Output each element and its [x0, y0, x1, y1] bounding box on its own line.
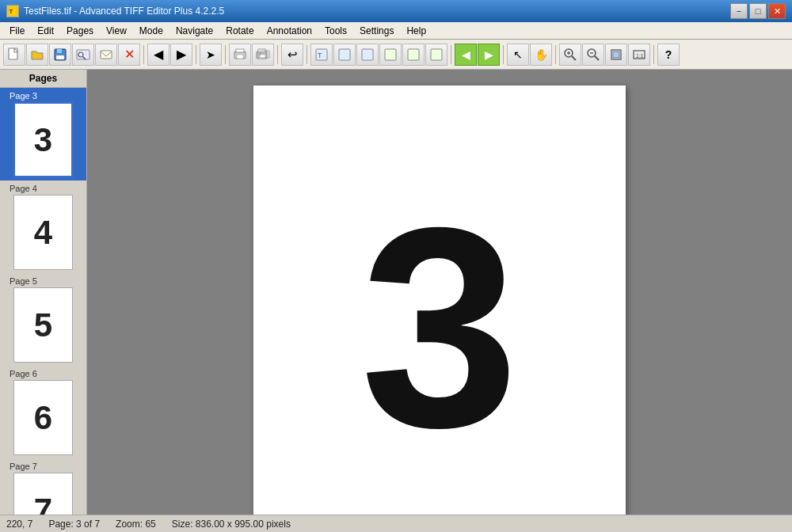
- cursor-button[interactable]: ↖: [507, 44, 529, 66]
- titlebar-controls: − □ ✕: [730, 3, 786, 19]
- svg-rect-5: [56, 55, 64, 59]
- open-button[interactable]: [26, 44, 48, 66]
- page-content-number: 3: [360, 184, 519, 469]
- nav-prev-button[interactable]: ◀: [455, 44, 477, 66]
- nav-next-button[interactable]: ▶: [478, 44, 500, 66]
- page-thumb-label-7: Page 7: [10, 462, 37, 471]
- back-button[interactable]: ◀: [147, 44, 169, 66]
- menu-item-view[interactable]: View: [100, 23, 133, 39]
- sep8: [555, 45, 556, 64]
- page-thumb-img-5: 5: [13, 287, 73, 363]
- toolbar: ✕ ◀ ▶ ➤ ↩ T ◀ ▶ ↖ ✋ 1:1: [0, 40, 792, 70]
- menu-item-pages[interactable]: Pages: [60, 23, 100, 39]
- sep6: [451, 45, 451, 64]
- send-button[interactable]: [95, 44, 117, 66]
- sep3: [225, 45, 226, 64]
- tb-extra5[interactable]: [402, 44, 425, 66]
- titlebar: T TestFiles.tif - Advanced TIFF Editor P…: [0, 0, 792, 22]
- menu-item-annotation[interactable]: Annotation: [261, 23, 318, 39]
- maximize-button[interactable]: □: [749, 3, 767, 19]
- page-thumb-label-3: Page 3: [10, 91, 37, 101]
- tb-extra4[interactable]: [379, 44, 402, 66]
- arrow-button[interactable]: ➤: [200, 44, 222, 66]
- svg-rect-9: [101, 51, 112, 59]
- minimize-button[interactable]: −: [730, 3, 748, 19]
- page-thumb-label-4: Page 4: [10, 184, 37, 193]
- menu-item-mode[interactable]: Mode: [133, 23, 169, 39]
- tb-extra1[interactable]: T: [310, 44, 333, 66]
- svg-rect-4: [57, 49, 62, 53]
- hand-button[interactable]: ✋: [530, 44, 552, 66]
- statusbar: 220, 7 Page: 3 of 7 Zoom: 65 Size: 836.0…: [0, 515, 792, 532]
- delete-button[interactable]: ✕: [118, 44, 140, 66]
- svg-rect-22: [408, 49, 419, 60]
- sep1: [143, 45, 144, 64]
- menu-item-settings[interactable]: Settings: [353, 23, 400, 39]
- sep4: [277, 45, 278, 64]
- titlebar-left: T TestFiles.tif - Advanced TIFF Editor P…: [6, 5, 224, 17]
- svg-rect-12: [236, 49, 244, 52]
- tb-extra6[interactable]: [425, 44, 447, 66]
- svg-text:T: T: [318, 51, 322, 59]
- sep2: [196, 45, 196, 64]
- page-canvas: 3: [253, 86, 626, 515]
- page-thumb-label-6: Page 6: [10, 369, 37, 378]
- menu-item-tools[interactable]: Tools: [318, 23, 353, 39]
- new-button[interactable]: [3, 44, 25, 66]
- svg-text:1:1: 1:1: [636, 53, 644, 59]
- svg-text:T: T: [10, 9, 13, 14]
- page-thumb-img-3: 3: [13, 102, 73, 177]
- svg-line-29: [595, 56, 599, 60]
- page-thumb-label-5: Page 5: [10, 276, 37, 286]
- page-thumb-4[interactable]: Page 44: [0, 180, 86, 273]
- svg-rect-23: [431, 49, 442, 60]
- status-page-info: Page: 3 of 7: [48, 519, 100, 530]
- pages-panel: Pages Page 33Page 44Page 55Page 66Page 7…: [0, 70, 87, 515]
- window-title: TestFiles.tif - Advanced TIFF Editor Plu…: [24, 6, 224, 17]
- status-coords: 220, 7: [6, 519, 32, 530]
- page-thumb-6[interactable]: Page 66: [0, 366, 86, 458]
- tb-extra3[interactable]: [356, 44, 379, 66]
- sep9: [653, 45, 654, 64]
- svg-rect-32: [613, 51, 619, 58]
- forward-button[interactable]: ▶: [170, 44, 192, 66]
- zoom-fit-button[interactable]: [605, 44, 627, 66]
- zoom-real-button[interactable]: 1:1: [628, 44, 650, 66]
- menu-item-rotate[interactable]: Rotate: [219, 23, 260, 39]
- status-size: Size: 836.00 x 995.00 pixels: [172, 519, 291, 530]
- svg-rect-21: [385, 49, 396, 60]
- menu-item-navigate[interactable]: Navigate: [169, 23, 219, 39]
- page-thumb-3[interactable]: Page 33: [0, 88, 86, 180]
- print-button[interactable]: [229, 44, 251, 66]
- svg-rect-20: [362, 49, 373, 60]
- pages-list[interactable]: Page 33Page 44Page 55Page 66Page 77: [0, 88, 86, 515]
- menu-item-edit[interactable]: Edit: [31, 23, 60, 39]
- sep5: [307, 45, 307, 64]
- status-zoom: Zoom: 65: [116, 519, 156, 530]
- canvas-area[interactable]: 3: [87, 70, 792, 515]
- undo-button[interactable]: ↩: [281, 44, 303, 66]
- close-button[interactable]: ✕: [768, 3, 786, 19]
- help-button[interactable]: ?: [657, 44, 680, 66]
- browse-button[interactable]: [72, 44, 94, 66]
- page-thumb-img-7: 7: [13, 473, 73, 515]
- zoom-in-button[interactable]: [559, 44, 581, 66]
- zoom-out-button[interactable]: [582, 44, 604, 66]
- svg-rect-19: [339, 49, 350, 60]
- page-thumb-5[interactable]: Page 55: [0, 273, 86, 366]
- save-button[interactable]: [49, 44, 71, 66]
- menu-item-help[interactable]: Help: [400, 23, 432, 39]
- menubar: FileEditPagesViewModeNavigateRotateAnnot…: [0, 22, 792, 40]
- pages-header: Pages: [0, 70, 86, 88]
- print2-button[interactable]: [252, 44, 274, 66]
- page-thumb-img-4: 4: [13, 195, 73, 270]
- menu-item-file[interactable]: File: [3, 23, 31, 39]
- main-area: Pages Page 33Page 44Page 55Page 66Page 7…: [0, 70, 792, 515]
- page-thumb-img-6: 6: [13, 380, 73, 455]
- sep7: [503, 45, 504, 64]
- svg-line-25: [572, 56, 576, 60]
- tb-extra2[interactable]: [333, 44, 356, 66]
- app-icon: T: [6, 5, 19, 17]
- svg-rect-11: [237, 55, 243, 59]
- page-thumb-7[interactable]: Page 77: [0, 458, 86, 515]
